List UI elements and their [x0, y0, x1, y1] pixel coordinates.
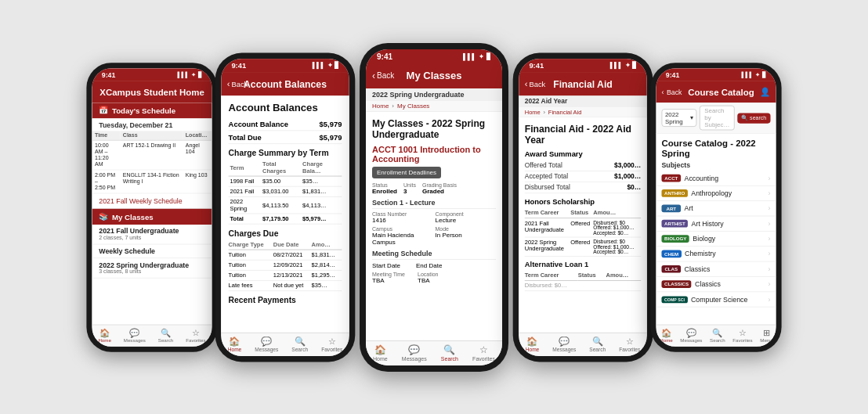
back-arrow-icon: ‹: [227, 78, 230, 88]
class-item-2[interactable]: 2022 Spring Undergraduate 3 classes, 8 u…: [92, 258, 212, 279]
enrollment-deadlines-btn[interactable]: Enrollment Deadlines: [372, 167, 441, 178]
breadcrumb-home-finaid[interactable]: Home: [525, 109, 541, 115]
status-bar-finaid: 9:41 ▌▌▌✦▊: [519, 59, 647, 72]
breadcrumb-classes-link[interactable]: My Classes: [397, 103, 429, 110]
subject-clas[interactable]: CLAS Classics ›: [656, 261, 776, 276]
back-button-acct[interactable]: ‹ Back: [227, 78, 248, 88]
subject-name-chem: Chemistry: [685, 250, 716, 257]
tab-menu-catalog[interactable]: ⊞Menu: [760, 328, 772, 343]
status-bar-home: 9:41 ▌▌▌✦▊: [92, 68, 212, 81]
back-button-catalog[interactable]: ‹ Back: [661, 88, 682, 95]
subject-classics[interactable]: CLASSICS Classics ›: [656, 276, 776, 291]
finaid-content: Financial Aid - 2022 Aid Year Award Summ…: [519, 117, 647, 332]
search-button-catalog[interactable]: 🔍 search: [737, 113, 770, 123]
subject-compsci[interactable]: COMP SCI Computer Science ›: [656, 292, 776, 307]
tab-favorites-acct[interactable]: ☆Favorites: [321, 336, 342, 352]
tab-search[interactable]: 🔍Search: [158, 328, 174, 343]
alt-loan-title: Alternative Loan 1: [525, 260, 642, 268]
nav-title-finaid: Financial Aid: [553, 78, 613, 89]
alt-loan-row-partial: Disbursed: $0…: [525, 280, 642, 290]
charge-row-1: 1998 Fall$35.00$35…: [229, 176, 342, 186]
tab-favorites-catalog[interactable]: ☆Favorites: [732, 328, 752, 343]
chevron-right-icon-compsci: ›: [769, 295, 771, 303]
loc-2: King 103: [183, 170, 212, 193]
nav-bar-catalog: ‹ Back Course Catalog 👤: [656, 81, 776, 103]
tab-search-acct[interactable]: 🔍Search: [291, 336, 308, 352]
classes-icon: 📚: [99, 212, 108, 221]
back-button-finaid[interactable]: ‹ Back: [525, 78, 546, 88]
subject-biology[interactable]: BIOLOGY Biology ›: [656, 231, 776, 246]
subject-anthro[interactable]: ANTHRO Anthropology ›: [656, 185, 776, 200]
subject-chem[interactable]: CHEM Chemistry ›: [656, 247, 776, 261]
tab-search-finaid[interactable]: 🔍Search: [589, 336, 606, 352]
subject-arthist[interactable]: ARTHIST Art History ›: [656, 216, 776, 231]
badge-arthist: ARTHIST: [661, 219, 688, 227]
subject-art[interactable]: ART Art ›: [656, 201, 776, 216]
balance-row-2: Total Due $5,979: [229, 131, 342, 144]
due-row-3: Tuition12/13/2021$1,295…: [229, 270, 342, 280]
phone-finaid: 9:41 ▌▌▌✦▊ ‹ Back Financial Aid 2022 Aid…: [513, 52, 653, 362]
status-time-classes: 9:41: [377, 52, 392, 61]
tab-messages-acct[interactable]: 💬Messages: [255, 336, 278, 352]
tab-home-classes[interactable]: 🏠Home: [373, 344, 388, 362]
meeting-time-row: Meeting TimeTBA LocationTBA: [372, 272, 496, 284]
finaid-page-title: Financial Aid - 2022 Aid Year: [525, 123, 642, 145]
status-time-finaid: 9:41: [529, 61, 544, 69]
alt-loan-table: Term Career Status Amou… Disbursed: $0…: [525, 270, 642, 290]
breadcrumb-home[interactable]: Home: [372, 103, 389, 110]
col-time: Time: [92, 131, 120, 140]
subject-acct[interactable]: ACCT Accounting ›: [656, 171, 776, 185]
tab-messages-catalog[interactable]: 💬Messages: [680, 328, 702, 343]
charges-due-title: Charges Due: [229, 229, 342, 237]
chevron-right-icon-anthro: ›: [769, 189, 771, 197]
charge-row-3: 2022 Spring$4,113.50$4,113…: [229, 196, 342, 214]
nav-title-catalog: Course Catalog: [688, 86, 754, 96]
phone-account: 9:41 ▌▌▌✦▊ ‹ Back Account Balances Accou…: [215, 52, 356, 362]
user-icon-catalog[interactable]: 👤: [760, 87, 770, 96]
tab-favorites-classes[interactable]: ☆Favorites: [472, 344, 495, 362]
class-item-weekly[interactable]: Weekly Schedule: [92, 244, 212, 258]
tab-messages[interactable]: 💬Messages: [124, 328, 146, 343]
nav-title-home: XCampus Student Home: [99, 86, 204, 96]
section-details: Class Number1416 ComponentLecture Campus…: [372, 211, 496, 246]
tab-messages-finaid[interactable]: 💬Messages: [552, 336, 576, 352]
tab-home[interactable]: 🏠Home: [98, 328, 110, 343]
accepted-total: Accepted Total$1,000…: [525, 171, 642, 182]
chevron-right-icon-biology: ›: [769, 235, 771, 243]
tab-favorites[interactable]: ☆Favorites: [186, 328, 205, 343]
nav-title-classes: My Classes: [407, 70, 462, 81]
col-location: Locati…: [183, 131, 212, 140]
tab-search-catalog[interactable]: 🔍Search: [710, 328, 725, 343]
status-bar-catalog: 9:41 ▌▌▌✦▊: [656, 68, 776, 81]
subject-name-classics: Classics: [695, 280, 721, 288]
due-row-2: Tuition12/09/2021$2,814…: [229, 260, 342, 270]
back-button-classes[interactable]: ‹ Back: [372, 70, 394, 81]
breadcrumb-finaid-link[interactable]: Financial Aid: [548, 109, 582, 115]
subject-name-anthro: Anthropology: [691, 189, 732, 197]
tab-home-finaid[interactable]: 🏠Home: [526, 336, 540, 352]
course-title: ACCT 1001 Introduction to Accounting: [372, 145, 496, 164]
home-content: 📅 Today's Schedule Tuesday, December 21 …: [92, 103, 212, 324]
my-classes-section-header: 📚 My Classes: [92, 208, 212, 224]
term-selector[interactable]: 2022 Spring ▾: [661, 109, 696, 127]
honors-title: Honors Scholarship: [525, 197, 642, 205]
meeting-dates-header: Start Date End Date: [372, 262, 496, 269]
subject-search-input[interactable]: Search by Subjec…: [700, 105, 734, 130]
subject-name-art: Art: [685, 204, 693, 212]
subject-name-acct: Accounting: [685, 174, 719, 182]
nav-bar-home: XCampus Student Home: [92, 81, 212, 103]
tab-home-acct[interactable]: 🏠Home: [228, 336, 242, 352]
offered-total: Offered Total$3,000…: [525, 160, 642, 171]
subjects-label: Subjects: [656, 160, 776, 171]
tab-favorites-finaid[interactable]: ☆Favorites: [619, 336, 640, 352]
tab-messages-classes[interactable]: 💬Messages: [402, 344, 427, 362]
tab-search-classes[interactable]: 🔍Search: [441, 344, 458, 362]
chevron-right-icon-classics: ›: [769, 280, 771, 288]
weekly-link[interactable]: 2021 Fall Weekly Schedule: [92, 193, 212, 208]
honors-row-2: 2022 SpringUndergraduate Offered Disburs…: [525, 237, 642, 256]
tab-home-catalog[interactable]: 🏠Home: [660, 328, 672, 343]
acct-content: Account Balances Account Balance $5,979 …: [221, 95, 349, 333]
badge-clas: CLAS: [661, 265, 681, 272]
badge-compsci: COMP SCI: [661, 296, 687, 303]
class-item-1[interactable]: 2021 Fall Undergraduate 2 classes, 7 uni…: [92, 225, 212, 245]
